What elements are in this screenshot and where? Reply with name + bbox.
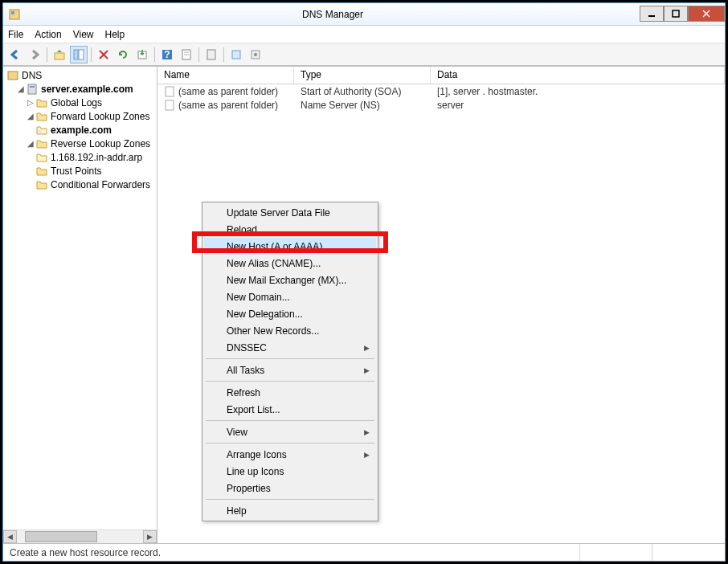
tree-forward-zones[interactable]: ◢ Forward Lookup Zones — [6, 109, 157, 123]
menu-all-tasks[interactable]: All Tasks▶ — [204, 362, 376, 378]
collapse-icon[interactable]: ◢ — [26, 139, 35, 148]
svg-rect-24 — [39, 130, 42, 133]
folder-icon — [35, 178, 48, 191]
menu-label: Arrange Icons — [227, 449, 287, 460]
status-text: Create a new host resource record. — [3, 544, 580, 561]
cell-type: Name Server (NS) — [301, 100, 380, 111]
menu-label: DNSSEC — [227, 342, 267, 354]
menu-new-delegation[interactable]: New Delegation... — [204, 305, 376, 322]
column-name[interactable]: Name — [157, 67, 294, 84]
toolbar-separator — [223, 47, 224, 62]
folder-icon — [35, 96, 48, 109]
menu-new-alias[interactable]: New Alias (CNAME)... — [204, 255, 376, 272]
folder-icon — [35, 165, 48, 178]
menu-other-records[interactable]: Other New Records... — [204, 322, 376, 339]
menu-arrange-icons[interactable]: Arrange Icons▶ — [204, 446, 376, 463]
zone-icon — [35, 124, 48, 137]
menu-action[interactable]: Action — [35, 29, 61, 40]
scroll-track[interactable] — [17, 530, 143, 543]
svg-rect-21 — [8, 72, 18, 80]
menu-export[interactable]: Export List... — [204, 401, 376, 418]
up-button[interactable] — [51, 46, 68, 63]
statusbar: Create a new host resource record. — [3, 543, 725, 561]
maximize-button[interactable] — [664, 6, 688, 22]
export-button[interactable] — [133, 46, 151, 63]
menu-file[interactable]: File — [8, 29, 23, 40]
menu-lineup-icons[interactable]: Line up Icons — [204, 463, 376, 480]
svg-rect-23 — [30, 86, 35, 88]
tree-label: Global Logs — [51, 97, 102, 108]
menu-separator — [206, 443, 374, 443]
new-record-button[interactable] — [202, 46, 220, 63]
options-button[interactable] — [247, 46, 264, 63]
scroll-right-button[interactable]: ▶ — [143, 530, 157, 543]
tree-label: Conditional Forwarders — [51, 179, 150, 190]
tree-trust-points[interactable]: Trust Points — [6, 164, 157, 178]
tree-label: Forward Lookup Zones — [51, 111, 149, 122]
menu-new-mx[interactable]: New Mail Exchanger (MX)... — [204, 272, 376, 288]
dns-icon — [6, 69, 19, 82]
list-row[interactable]: (same as parent folder) Start of Authori… — [157, 84, 725, 98]
menu-view[interactable]: View — [73, 29, 94, 40]
back-button[interactable] — [6, 46, 24, 63]
collapse-icon[interactable]: ◢ — [16, 84, 26, 93]
forward-button[interactable] — [26, 46, 43, 63]
tree-pane[interactable]: DNS ◢ server.example.com ▷ Global Logs ◢… — [3, 67, 157, 543]
cell-data: [1], server . hostmaster. — [437, 86, 538, 97]
minimize-button[interactable] — [640, 6, 664, 22]
scroll-thumb[interactable] — [25, 531, 97, 542]
menu-separator — [206, 381, 374, 382]
delete-button[interactable] — [95, 46, 112, 63]
menu-help[interactable]: Help — [204, 502, 376, 519]
filter-button[interactable] — [227, 46, 245, 63]
tree-global-logs[interactable]: ▷ Global Logs — [6, 96, 157, 109]
tree-reverse-zone-1[interactable]: 1.168.192.in-addr.arp — [6, 150, 157, 164]
collapse-icon[interactable]: ◢ — [26, 112, 35, 121]
menu-new-host[interactable]: New Host (A or AAAA)... — [204, 238, 376, 255]
menu-label: View — [227, 427, 247, 438]
menu-new-domain[interactable]: New Domain... — [204, 288, 376, 305]
properties-button[interactable] — [178, 46, 195, 63]
status-cell — [652, 544, 725, 561]
show-hide-tree-button[interactable] — [70, 46, 88, 63]
menu-update-server-data[interactable]: Update Server Data File — [204, 204, 376, 221]
svg-rect-3 — [673, 10, 679, 17]
tree-reverse-zones[interactable]: ◢ Reverse Lookup Zones — [6, 137, 157, 150]
folder-icon — [35, 110, 48, 123]
titlebar[interactable]: DNS Manager — [3, 3, 725, 26]
svg-rect-6 — [55, 53, 64, 59]
list-row[interactable]: (same as parent folder) Name Server (NS)… — [157, 98, 725, 112]
refresh-button[interactable] — [114, 46, 132, 63]
submenu-arrow-icon: ▶ — [364, 451, 370, 459]
record-icon — [164, 86, 175, 97]
tree-label: 1.168.192.in-addr.arp — [51, 152, 142, 163]
tree-conditional-forwarders[interactable]: Conditional Forwarders — [6, 178, 157, 191]
menu-dnssec[interactable]: DNSSEC▶ — [204, 339, 376, 356]
menu-view[interactable]: View▶ — [204, 423, 376, 440]
tree-root-dns[interactable]: DNS — [6, 68, 157, 82]
close-button[interactable] — [688, 6, 725, 22]
menu-reload[interactable]: Reload — [204, 221, 376, 238]
cell-name: (same as parent folder) — [178, 100, 278, 111]
menu-refresh[interactable]: Refresh — [204, 384, 376, 401]
tree-horizontal-scrollbar[interactable]: ◀ ▶ — [3, 529, 157, 543]
help-button[interactable]: ? — [158, 46, 176, 63]
tree-zone-example[interactable]: example.com — [6, 123, 157, 137]
menu-separator — [206, 499, 374, 500]
submenu-arrow-icon: ▶ — [364, 366, 370, 374]
column-data[interactable]: Data — [431, 67, 725, 84]
column-type[interactable]: Type — [294, 67, 431, 84]
tree-label: server.example.com — [41, 84, 133, 95]
tree-label: DNS — [22, 70, 42, 81]
server-icon — [26, 83, 39, 96]
menu-label: All Tasks — [227, 365, 264, 376]
cell-data: server — [437, 100, 464, 111]
scroll-left-button[interactable]: ◀ — [3, 530, 17, 543]
menu-help[interactable]: Help — [105, 29, 125, 40]
list-pane[interactable]: Name Type Data (same as parent folder) S… — [157, 67, 725, 543]
svg-rect-7 — [74, 50, 78, 59]
tree-label: example.com — [51, 125, 112, 136]
tree-server[interactable]: ◢ server.example.com — [6, 82, 157, 96]
menu-properties[interactable]: Properties — [204, 480, 376, 497]
expand-icon[interactable]: ▷ — [26, 98, 35, 107]
